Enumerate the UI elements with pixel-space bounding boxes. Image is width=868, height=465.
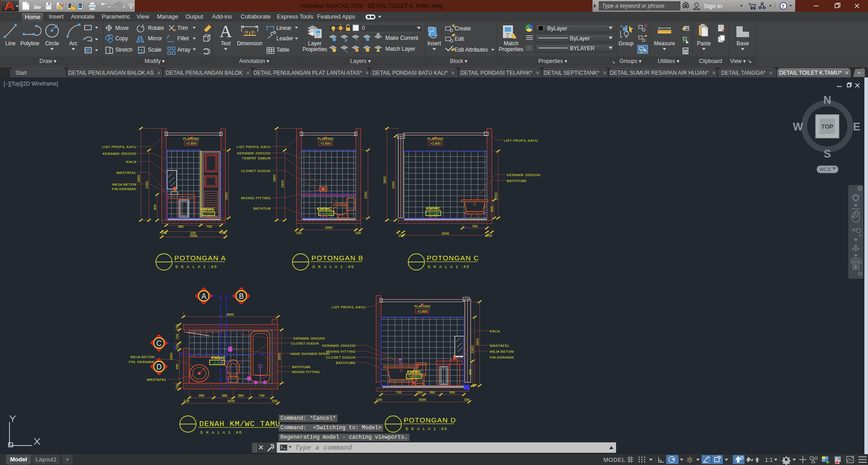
- svg-text:KERAMIK 200X200: KERAMIK 200X200: [294, 336, 325, 340]
- svg-text:800: 800: [468, 369, 472, 375]
- svg-text:+2.800: +2.800: [320, 141, 331, 145]
- svg-text:150: 150: [271, 399, 277, 403]
- svg-text:CLOSET DUDUK: CLOSET DUDUK: [291, 341, 319, 345]
- svg-text:S K A L A 1 :40: S K A L A 1 :40: [313, 264, 355, 269]
- svg-text:LIST PROFIL KAYU: LIST PROFIL KAYU: [237, 145, 271, 149]
- svg-text:View ▾ ↘: View ▾ ↘: [730, 58, 752, 64]
- svg-text:Modify ▾: Modify ▾: [145, 58, 165, 64]
- svg-text:950: 950: [199, 393, 204, 398]
- svg-text:POTONGAN D: POTONGAN D: [404, 416, 456, 424]
- svg-text:Move: Move: [115, 25, 129, 31]
- svg-text:KERAMIK 200X200: KERAMIK 200X200: [237, 151, 271, 155]
- svg-text:KACA: KACA: [490, 329, 500, 333]
- svg-text:Fillet: Fillet: [177, 35, 189, 42]
- svg-text:PLAFOND: PLAFOND: [427, 137, 444, 141]
- svg-text:0: 0: [362, 25, 365, 31]
- svg-text:2800: 2800: [383, 176, 387, 184]
- svg-text:700: 700: [396, 390, 402, 394]
- svg-text:TOP: TOP: [821, 123, 834, 130]
- svg-text:560: 560: [417, 390, 423, 394]
- svg-text:Copy: Copy: [115, 35, 128, 42]
- svg-text:Utilities ▾: Utilities ▾: [658, 58, 679, 64]
- svg-text:1500: 1500: [224, 192, 228, 200]
- svg-text:Base: Base: [736, 40, 749, 47]
- svg-text:150: 150: [184, 399, 190, 403]
- svg-text:B: B: [239, 292, 244, 300]
- svg-text:Text: Text: [221, 40, 231, 47]
- svg-text:Draw ▾: Draw ▾: [39, 58, 56, 64]
- svg-text:150: 150: [220, 231, 226, 235]
- svg-text:MEJA BETON: MEJA BETON: [130, 355, 154, 359]
- svg-text:3000: 3000: [441, 231, 449, 235]
- svg-text:600: 600: [490, 206, 494, 212]
- svg-text:Arc: Arc: [69, 40, 77, 47]
- svg-text:HAND SHOWER SPRAY: HAND SHOWER SPRAY: [290, 352, 331, 356]
- svg-text:MEJA BETON: MEJA BETON: [490, 350, 514, 354]
- svg-text:3000: 3000: [226, 312, 234, 316]
- svg-text:Sign In: Sign In: [704, 3, 722, 10]
- svg-text:2300: 2300: [280, 180, 285, 188]
- svg-text:CLOSET DUDUK: CLOSET DUDUK: [241, 169, 271, 173]
- svg-text:Array: Array: [177, 47, 190, 53]
- svg-text:↘: ↘: [612, 59, 615, 64]
- svg-text:-0.020: -0.020: [321, 211, 332, 216]
- svg-text:Dimension: Dimension: [237, 40, 263, 47]
- svg-text:ByLayer: ByLayer: [547, 25, 567, 32]
- svg-text:2800: 2800: [272, 174, 276, 182]
- svg-text:Leader: Leader: [276, 35, 293, 42]
- svg-text:BATHTUBE: BATHTUBE: [292, 365, 311, 369]
- svg-text:MIXING FITTING: MIXING FITTING: [241, 196, 271, 200]
- svg-text:2000: 2000: [325, 225, 332, 230]
- svg-text:E: E: [853, 120, 860, 133]
- svg-text:S K A L A 1 :40: S K A L A 1 :40: [200, 430, 242, 435]
- svg-text:150: 150: [376, 398, 382, 402]
- svg-text:C: C: [157, 340, 162, 347]
- svg-text:Properties: Properties: [303, 46, 327, 53]
- svg-text:KERAMIK 200X200: KERAMIK 200X200: [103, 152, 137, 156]
- svg-text:FIN. KERAMIK: FIN. KERAMIK: [129, 360, 155, 364]
- svg-text:-0.020: -0.020: [408, 374, 419, 379]
- svg-text:Groups ▾: Groups ▾: [620, 58, 642, 64]
- svg-text:150: 150: [175, 384, 179, 389]
- svg-text:m: m: [245, 377, 247, 380]
- svg-text:560: 560: [222, 393, 228, 398]
- svg-text:N: N: [823, 94, 831, 106]
- svg-text:2300: 2300: [391, 181, 395, 189]
- svg-text:Stretch: Stretch: [115, 47, 133, 53]
- svg-text:Scale: Scale: [148, 47, 161, 53]
- svg-text:150: 150: [355, 231, 361, 235]
- svg-text:950: 950: [449, 390, 455, 394]
- svg-text:PLAFOND: PLAFOND: [414, 304, 431, 308]
- svg-text:150: 150: [398, 234, 404, 238]
- svg-text:Create: Create: [455, 25, 471, 32]
- svg-text:?: ?: [782, 3, 784, 10]
- svg-text:KACA: KACA: [126, 160, 137, 164]
- svg-text:+2.800: +2.800: [186, 141, 196, 145]
- svg-text:KERAMIK 200X200: KERAMIK 200X200: [507, 173, 541, 177]
- svg-text:WCS: WCS: [819, 167, 831, 172]
- svg-text:Rotate: Rotate: [148, 25, 164, 31]
- svg-text:PLAFOND: PLAFOND: [318, 137, 334, 141]
- svg-text:BATHTUBE: BATHTUBE: [507, 179, 527, 183]
- svg-text:KM/WC: KM/WC: [317, 206, 332, 211]
- svg-text:S K A L A 1 :40: S K A L A 1 :40: [175, 264, 218, 269]
- svg-text:2300: 2300: [470, 346, 474, 354]
- svg-text:+2.800: +2.800: [417, 309, 427, 313]
- svg-text:-0.020: -0.020: [213, 361, 223, 365]
- svg-text:BYLAYER: BYLAYER: [570, 45, 595, 52]
- svg-text:3000: 3000: [227, 399, 235, 403]
- svg-text:Mirror: Mirror: [148, 35, 162, 42]
- svg-text:Layer: Layer: [308, 40, 322, 47]
- svg-text:KERAMIK 200X200: KERAMIK 200X200: [322, 344, 356, 348]
- svg-text:WASTAFEL: WASTAFEL: [116, 171, 137, 175]
- svg-text:150: 150: [296, 231, 302, 235]
- svg-text:1500: 1500: [494, 192, 498, 200]
- svg-text:Measure: Measure: [654, 40, 675, 47]
- svg-text:A: A: [219, 22, 232, 41]
- svg-text:WASTAFEL: WASTAFEL: [147, 378, 167, 382]
- svg-text:LIST PROFIL KAYU: LIST PROFIL KAYU: [504, 139, 538, 143]
- svg-text:2000: 2000: [277, 353, 281, 360]
- svg-text:S K A L A 1 :40: S K A L A 1 :40: [406, 427, 448, 431]
- svg-text:Group: Group: [618, 40, 634, 47]
- svg-text:PLAFOND: PLAFOND: [183, 137, 199, 141]
